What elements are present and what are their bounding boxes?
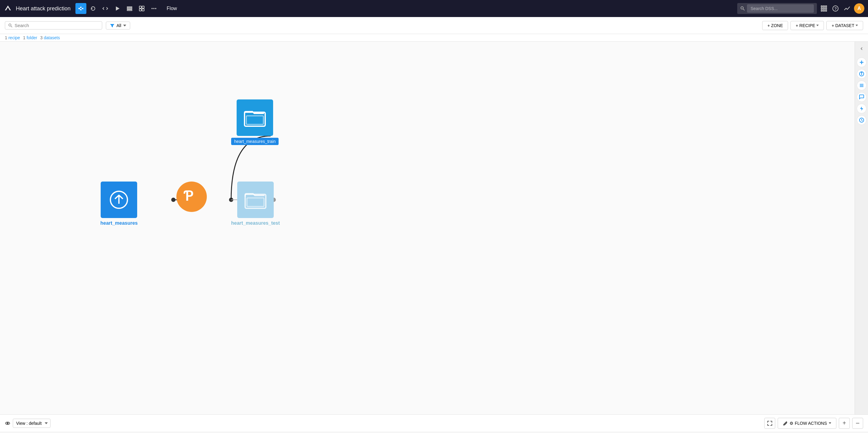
info-icon bbox=[859, 71, 864, 76]
sidebar-bolt-btn[interactable] bbox=[857, 104, 866, 114]
recipe-chevron-icon bbox=[816, 25, 819, 26]
list-icon bbox=[859, 83, 864, 88]
svg-text:Ƥ: Ƥ bbox=[183, 188, 193, 204]
zoom-out-label: − bbox=[856, 419, 860, 427]
folder-count: 1 bbox=[23, 35, 26, 40]
node-heart-measures-test[interactable]: heart_measures_test bbox=[231, 182, 280, 226]
flow-area: heart_measures Ƥ heart_measures_train bbox=[0, 42, 855, 431]
datasets-count: 3 bbox=[40, 35, 42, 40]
more-nav-btn[interactable] bbox=[148, 3, 159, 14]
refresh-nav-btn[interactable] bbox=[88, 3, 98, 14]
svg-point-46 bbox=[861, 72, 862, 73]
zoom-out-button[interactable]: − bbox=[852, 418, 863, 429]
logo[interactable] bbox=[4, 4, 12, 13]
view-eye-icon bbox=[5, 421, 10, 426]
collapse-icon bbox=[859, 46, 864, 51]
flow-actions-button[interactable]: ⚙ FLOW ACTIONS bbox=[778, 418, 836, 429]
more-icon bbox=[151, 5, 157, 11]
user-avatar[interactable]: A bbox=[854, 3, 864, 14]
upload-icon bbox=[108, 189, 130, 210]
fit-zoom-button[interactable] bbox=[764, 418, 775, 429]
flow-actions-label: ⚙ FLOW ACTIONS bbox=[789, 421, 827, 426]
code-nav-btn[interactable] bbox=[100, 3, 111, 14]
add-zone-button[interactable]: + ZONE bbox=[762, 21, 788, 30]
nav-right: ? A bbox=[737, 3, 864, 14]
analytics-icon[interactable] bbox=[844, 5, 850, 12]
svg-rect-9 bbox=[127, 8, 132, 9]
flow-actions-chevron-icon bbox=[829, 422, 831, 424]
logo-icon bbox=[4, 4, 12, 13]
svg-rect-41 bbox=[247, 198, 264, 207]
folder-link[interactable]: folder bbox=[27, 35, 37, 40]
flow-nav-btn[interactable] bbox=[75, 3, 86, 14]
svg-line-5 bbox=[80, 8, 80, 10]
folder-train-icon bbox=[244, 109, 266, 127]
summary-bar: 1 recipe 1 folder 3 datasets bbox=[0, 34, 868, 42]
svg-rect-21 bbox=[823, 6, 825, 7]
flow-icon bbox=[78, 5, 84, 11]
add-recipe-button[interactable]: + RECIPE bbox=[790, 21, 824, 30]
filter-button[interactable]: All bbox=[106, 22, 130, 30]
sidebar-collapse-btn[interactable] bbox=[857, 44, 866, 53]
apps-icon[interactable] bbox=[820, 5, 827, 12]
heart-measures-train-box[interactable] bbox=[237, 99, 273, 136]
deploy-nav-btn[interactable] bbox=[124, 3, 135, 14]
code-icon bbox=[102, 5, 108, 11]
sidebar-chat-btn[interactable] bbox=[857, 92, 866, 102]
clock-icon bbox=[859, 117, 864, 123]
wrench-icon bbox=[783, 421, 788, 426]
svg-rect-13 bbox=[139, 9, 142, 11]
add-dataset-button[interactable]: + DATASET bbox=[826, 21, 863, 30]
svg-rect-23 bbox=[821, 8, 823, 9]
app-title: Heart attack prediction bbox=[16, 5, 70, 12]
sidebar-list-btn[interactable] bbox=[857, 81, 866, 90]
svg-rect-27 bbox=[823, 10, 825, 11]
refresh-icon bbox=[90, 5, 96, 11]
node-heart-measures-train[interactable]: heart_measures_train bbox=[231, 99, 279, 145]
filter-label: All bbox=[117, 23, 121, 28]
svg-line-32 bbox=[11, 26, 12, 27]
sidebar-add-btn[interactable] bbox=[857, 58, 866, 67]
zoom-in-button[interactable]: + bbox=[839, 418, 850, 429]
svg-point-53 bbox=[7, 423, 8, 424]
run-nav-btn[interactable] bbox=[112, 3, 123, 14]
python-icon: Ƥ bbox=[183, 188, 200, 206]
datasets-link[interactable]: datasets bbox=[44, 35, 60, 40]
dashboard-nav-btn[interactable] bbox=[136, 3, 147, 14]
recipe-link[interactable]: recipe bbox=[8, 35, 20, 40]
deploy-icon bbox=[126, 5, 133, 11]
right-sidebar bbox=[855, 42, 868, 431]
svg-point-16 bbox=[153, 8, 155, 9]
heart-measures-test-box[interactable] bbox=[237, 182, 274, 218]
svg-rect-10 bbox=[127, 10, 132, 11]
svg-rect-22 bbox=[826, 6, 827, 7]
sidebar-clock-btn[interactable] bbox=[857, 115, 866, 125]
node-recipe[interactable]: Ƥ bbox=[177, 182, 207, 212]
recipe-box[interactable]: Ƥ bbox=[177, 182, 207, 212]
view-select-wrapper: View : default bbox=[5, 419, 51, 428]
svg-marker-7 bbox=[116, 6, 120, 11]
svg-point-31 bbox=[9, 24, 11, 26]
svg-rect-26 bbox=[821, 10, 823, 11]
bolt-icon bbox=[859, 106, 864, 111]
connector-dot-1 bbox=[171, 198, 176, 202]
filter-chevron-icon bbox=[123, 25, 126, 27]
sidebar-info-btn[interactable] bbox=[857, 69, 866, 79]
svg-rect-1 bbox=[80, 7, 82, 8]
svg-rect-3 bbox=[82, 8, 83, 9]
svg-point-18 bbox=[741, 7, 743, 9]
svg-line-19 bbox=[743, 9, 745, 11]
folder-test-icon bbox=[245, 191, 267, 209]
flow-search-input[interactable] bbox=[14, 23, 99, 28]
svg-rect-12 bbox=[142, 6, 144, 8]
node-heart-measures[interactable]: heart_measures bbox=[100, 182, 138, 226]
heart-measures-box[interactable] bbox=[101, 182, 137, 218]
help-icon[interactable]: ? bbox=[832, 5, 839, 12]
search-icon bbox=[8, 23, 13, 28]
heart-measures-train-label: heart_measures_train bbox=[231, 138, 279, 145]
view-select[interactable]: View : default bbox=[13, 419, 51, 428]
global-search-input[interactable] bbox=[747, 4, 814, 13]
svg-text:?: ? bbox=[835, 6, 837, 11]
flow-canvas[interactable]: heart_measures Ƥ heart_measures_train bbox=[0, 42, 868, 431]
dataset-chevron-icon bbox=[856, 25, 858, 26]
